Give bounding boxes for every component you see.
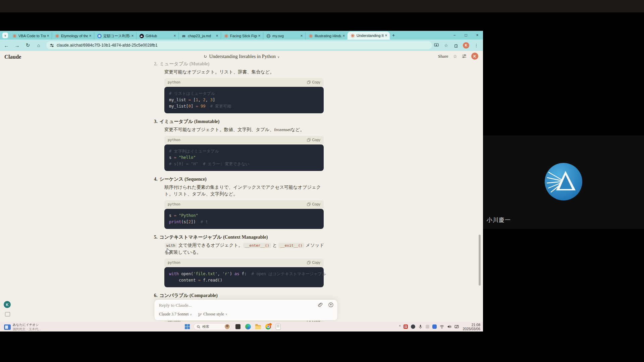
tab-close-icon[interactable]: × xyxy=(257,34,262,38)
text-token: f.read() xyxy=(203,278,222,283)
code-block: pythonCopy# 文字列はイミュータブルs = "hello"# s[0]… xyxy=(164,136,324,171)
section-title: コンパラブル (Comparable) xyxy=(160,293,218,298)
copy-button[interactable]: Copy xyxy=(307,260,320,264)
text-token: # リストはミュータブル xyxy=(169,91,215,96)
text-token: 順序付けられた要素の集まりで、インデックスでアクセス可能なオブジェクト。リスト、… xyxy=(164,185,321,196)
bookmark-star-icon[interactable]: ☆ xyxy=(443,43,449,48)
code-block: pythonCopy# リストはミュータブルmy_list = [1, 2, 3… xyxy=(164,78,324,113)
tray-expand-icon[interactable]: ^ xyxy=(399,325,401,328)
reply-input-box[interactable]: Reply to Claude... Claude 3.7 Sonnet∨ Ch… xyxy=(154,299,338,321)
browser-window: ∨ VBA Code to Transfe×Etymology of the W… xyxy=(0,31,483,322)
browser-tab[interactable]: Understanding Iterab× xyxy=(347,32,390,40)
browser-tab[interactable]: VBA Code to Transfe× xyxy=(9,32,52,40)
code-line: my_list = [1, 2, 3] xyxy=(169,97,319,103)
reload-button-icon[interactable]: ↻ xyxy=(23,42,32,48)
wifi-icon[interactable] xyxy=(440,324,444,329)
minimize-button[interactable]: − xyxy=(449,31,460,40)
code-content: with open('file.txt', 'r') as f: # open … xyxy=(164,267,324,287)
browser-tab[interactable]: mchap23_ja.md× xyxy=(178,32,221,40)
tray-dark-app-icon[interactable] xyxy=(411,324,415,329)
star-icon[interactable]: ☆ xyxy=(453,54,457,59)
browser-tab[interactable]: GitHub× xyxy=(136,32,178,40)
text-token: s xyxy=(169,213,174,218)
browser-menu-icon[interactable]: ⋮ xyxy=(474,43,479,48)
taskbar-news-widget[interactable]: あなたにイチオシ 国民民主・玉木代... xyxy=(4,323,41,331)
back-button-icon[interactable]: ← xyxy=(2,43,11,48)
maximize-button[interactable]: □ xyxy=(460,31,472,40)
copy-button[interactable]: Copy xyxy=(307,138,320,142)
text-token: = xyxy=(174,155,178,160)
windows-taskbar: あなたにイチオシ 国民民主・玉木代... 検索 ^ xyxy=(0,322,483,331)
taskbar-app-explorer[interactable] xyxy=(255,323,261,330)
volume-icon[interactable] xyxy=(447,324,451,329)
tab-close-icon[interactable]: × xyxy=(130,34,135,38)
browser-toolbar: ← → ↻ ⌂ claude.ai/chat/6984c7f3-10b1-487… xyxy=(0,40,483,51)
code-language-label: python xyxy=(168,138,180,142)
pen-input-icon[interactable] xyxy=(454,324,459,329)
tab-close-icon[interactable]: × xyxy=(384,33,388,38)
sidebar-toggle-icon[interactable] xyxy=(5,312,10,316)
text-token: = xyxy=(196,104,200,109)
tray-red-app-icon[interactable] xyxy=(404,324,408,329)
model-selector[interactable]: Claude 3.7 Sonnet∨ xyxy=(159,312,192,317)
install-app-icon[interactable] xyxy=(434,43,439,48)
browser-tab[interactable]: Facing Stick Figures× xyxy=(221,32,263,40)
account-avatar[interactable]: K xyxy=(471,53,478,60)
tab-label: Etymology of the Wo xyxy=(61,34,88,38)
code-block-header: pythonCopy xyxy=(164,200,324,208)
tab-strip-row: ∨ VBA Code to Transfe×Etymology of the W… xyxy=(0,31,483,40)
forward-button-icon[interactable]: → xyxy=(13,43,21,48)
tab-close-icon[interactable]: × xyxy=(299,34,304,38)
tab-close-icon[interactable]: × xyxy=(341,34,346,38)
tab-close-icon[interactable]: × xyxy=(88,34,93,38)
copy-button[interactable]: Copy xyxy=(307,80,320,84)
chevron-down-icon: ∨ xyxy=(190,313,192,316)
copy-icon xyxy=(307,138,311,142)
taskbar-app-widgets[interactable] xyxy=(235,323,241,330)
browser-profile-avatar[interactable]: K xyxy=(463,42,469,49)
style-selector[interactable]: Choose style∨ xyxy=(198,312,227,317)
section-heading: 4.シーケンス (Sequence) xyxy=(154,176,338,182)
share-button[interactable]: Share xyxy=(438,54,448,59)
url-bar[interactable]: claude.ai/chat/6984c7f3-10b1-4874-afdd-2… xyxy=(46,41,432,49)
tab-label: GitHub xyxy=(146,34,172,38)
taskbar-search-box[interactable]: 検索 xyxy=(194,323,231,330)
text-token: f: xyxy=(242,272,247,276)
extensions-puzzle-icon[interactable] xyxy=(453,43,459,48)
code-language-label: python xyxy=(168,202,180,206)
conversation-title-group[interactable]: ↻Understanding Iterables in Python∨ xyxy=(0,54,483,59)
taskbar-app-notepad[interactable] xyxy=(275,323,281,330)
page-scrollbar-thumb[interactable] xyxy=(479,235,481,286)
notepad-icon xyxy=(276,324,281,330)
tab-close-icon[interactable]: × xyxy=(46,34,50,38)
microphone-icon[interactable] xyxy=(418,324,423,329)
taskbar-app-chrome[interactable] xyxy=(265,323,271,330)
browser-tab[interactable]: Illustrating Hindu D× xyxy=(305,32,347,40)
new-tab-button[interactable]: + xyxy=(390,32,397,39)
close-window-button[interactable]: × xyxy=(472,31,483,40)
text-token: content xyxy=(169,278,198,283)
copy-icon xyxy=(307,202,311,206)
tray-dim-app-icon[interactable] xyxy=(426,325,429,328)
start-button-icon[interactable] xyxy=(185,324,190,329)
browser-tab[interactable]: Etymology of the Wo× xyxy=(52,32,94,40)
browser-tab[interactable]: my.svg× xyxy=(263,32,305,40)
copy-button[interactable]: Copy xyxy=(307,202,320,206)
tab-close-icon[interactable]: × xyxy=(172,34,177,38)
attach-paperclip-icon[interactable] xyxy=(318,302,323,307)
tab-search-button[interactable]: ∨ xyxy=(2,33,8,38)
code-line: my_list[0] = 99 # 変更可能 xyxy=(169,103,319,110)
browser-tab[interactable]: 定額コース利用者限定× xyxy=(94,32,136,40)
home-button-icon[interactable]: ⌂ xyxy=(34,43,43,48)
tab-close-icon[interactable]: × xyxy=(215,34,219,38)
system-tray: ^ 21:08 2025/03/06 xyxy=(399,322,480,331)
help-fab-button[interactable]: K xyxy=(4,301,11,308)
taskbar-app-edge[interactable] xyxy=(245,323,251,330)
settings-sliders-icon[interactable] xyxy=(462,54,467,59)
tab-label: Illustrating Hindu D xyxy=(315,34,341,38)
send-button-icon[interactable] xyxy=(328,302,333,307)
taskbar-clock[interactable]: 21:08 2025/03/06 xyxy=(463,323,480,331)
code-content: # 文字列はイミュータブルs = "hello"# s[0] = "H" # エ… xyxy=(164,144,324,171)
tray-blue-app-icon[interactable] xyxy=(432,324,437,329)
text-token: = xyxy=(174,213,178,218)
